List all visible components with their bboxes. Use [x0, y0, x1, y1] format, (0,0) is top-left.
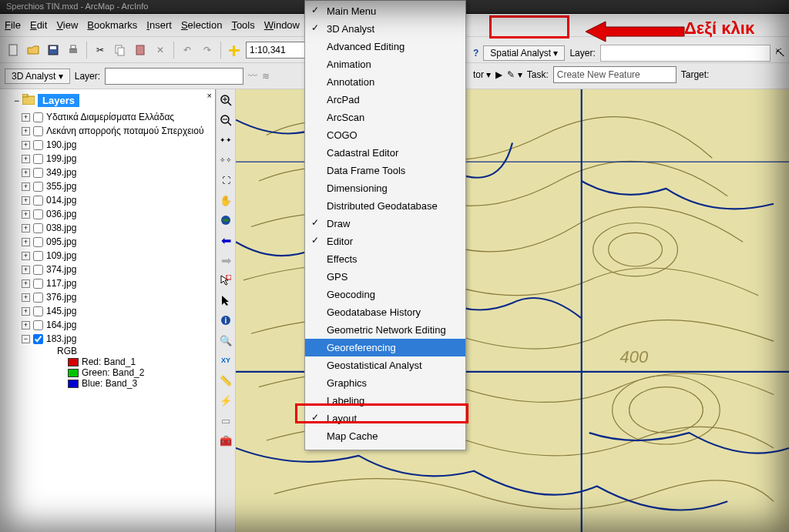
context-menu-item[interactable]: COGO: [305, 126, 465, 144]
context-menu-item[interactable]: Geocoding: [305, 286, 465, 303]
menu-selection[interactable]: Selection: [181, 19, 222, 31]
context-menu-item[interactable]: Cadastral Editor: [305, 144, 465, 162]
expand-icon[interactable]: +: [22, 266, 30, 274]
layer-checkbox[interactable]: [33, 306, 43, 316]
context-menu-item[interactable]: GPS: [305, 268, 465, 286]
expand-icon[interactable]: +: [22, 141, 30, 149]
hyperlink-icon[interactable]: ⚡: [218, 393, 233, 408]
expand-icon[interactable]: −: [22, 335, 30, 343]
layer-checkbox[interactable]: [33, 237, 43, 247]
zoom-in-icon[interactable]: [218, 92, 233, 108]
layer-checkbox[interactable]: [33, 126, 43, 136]
close-icon[interactable]: ×: [207, 91, 212, 100]
full-extent-icon[interactable]: ⛶: [218, 172, 233, 188]
expand-icon[interactable]: +: [22, 182, 30, 191]
context-menu-item[interactable]: Geometric Network Editing: [305, 321, 465, 339]
context-menu-item[interactable]: ArcPad: [305, 91, 465, 109]
layer-checkbox[interactable]: [33, 223, 43, 233]
context-menu-item[interactable]: Draw: [305, 215, 465, 233]
context-menu-item[interactable]: Dimensioning: [305, 179, 465, 197]
layer-checkbox[interactable]: [33, 112, 43, 122]
toolbox-icon[interactable]: 🧰: [218, 433, 233, 448]
layer-combo[interactable]: [105, 68, 243, 85]
print-icon[interactable]: [65, 42, 82, 59]
context-menu-item[interactable]: Animation: [305, 55, 465, 73]
expand-icon[interactable]: −: [14, 95, 19, 106]
contour-icon[interactable]: ≋: [262, 71, 270, 82]
context-menu-item[interactable]: Main Menu: [305, 2, 465, 20]
pencil-icon[interactable]: ✎ ▾: [507, 69, 522, 80]
forward-icon[interactable]: ➡: [218, 253, 233, 268]
paste-icon[interactable]: [132, 42, 149, 59]
context-menu-item[interactable]: Labeling: [305, 392, 465, 410]
layer-checkbox[interactable]: [33, 293, 43, 303]
identify-icon[interactable]: i: [218, 313, 233, 328]
context-menu-item[interactable]: Geodatabase History: [305, 303, 465, 321]
measure-icon[interactable]: 📏: [218, 373, 233, 388]
context-menu-item[interactable]: Layout: [305, 410, 465, 427]
context-menu-item[interactable]: Advanced Editing: [305, 38, 465, 55]
toc-layer-item[interactable]: +190.jpg: [14, 138, 212, 152]
menu-bookmarks[interactable]: Bookmarks: [87, 19, 137, 31]
new-icon[interactable]: [5, 42, 22, 59]
context-menu-item[interactable]: Annotation: [305, 73, 465, 91]
layers-root-label[interactable]: Layers: [38, 94, 79, 107]
context-menu-item[interactable]: ArcScan: [305, 109, 465, 126]
toc-layer-item[interactable]: +376.jpg: [14, 290, 212, 304]
toc-layer-item[interactable]: +117.jpg: [14, 276, 212, 290]
layer-checkbox[interactable]: [33, 182, 43, 192]
layer-checkbox[interactable]: [33, 196, 43, 206]
toc-layer-item[interactable]: +095.jpg: [14, 235, 212, 249]
menu-insert[interactable]: Insert: [146, 19, 172, 31]
menu-window[interactable]: Window: [264, 19, 300, 31]
fixed-zoom-in-icon[interactable]: ✦✦: [218, 132, 233, 148]
menu-tools[interactable]: Tools: [231, 19, 254, 31]
expand-icon[interactable]: +: [22, 196, 30, 205]
cut-icon[interactable]: ✂: [92, 42, 109, 59]
find-icon[interactable]: 🔍: [218, 333, 233, 348]
toc-layer-item[interactable]: +349.jpg: [14, 166, 212, 179]
save-icon[interactable]: [45, 42, 62, 59]
context-menu-item[interactable]: Geostatistical Analyst: [305, 356, 465, 374]
toc-layer-item[interactable]: +355.jpg: [14, 179, 212, 193]
zoom-out-icon[interactable]: [218, 112, 233, 128]
expand-icon[interactable]: +: [22, 169, 30, 177]
expand-icon[interactable]: +: [22, 113, 30, 122]
undo-icon[interactable]: ↶: [179, 42, 196, 59]
tool-icon[interactable]: ⛏: [775, 48, 784, 59]
select-icon[interactable]: [218, 293, 233, 308]
context-menu-item[interactable]: 3D Analyst: [305, 20, 465, 38]
expand-icon[interactable]: +: [22, 238, 30, 246]
back-icon[interactable]: ⬅: [218, 233, 233, 248]
spatial-analyst-dropdown[interactable]: Spatial Analyst ▾: [483, 45, 565, 61]
toc-layer-item[interactable]: −183.jpg: [14, 332, 212, 346]
toc-layer-item[interactable]: +145.jpg: [14, 304, 212, 318]
menu-view[interactable]: View: [56, 19, 78, 31]
toc-layer-item[interactable]: +014.jpg: [14, 193, 212, 207]
copy-icon[interactable]: [112, 42, 129, 59]
context-menu-item[interactable]: Georeferencing: [305, 339, 465, 356]
layer-checkbox[interactable]: [33, 251, 43, 261]
toc-layer-item[interactable]: +374.jpg: [14, 263, 212, 276]
expand-icon[interactable]: +: [22, 127, 30, 136]
menu-edit[interactable]: Edit: [30, 19, 47, 31]
menu-file[interactable]: File: [5, 19, 21, 31]
expand-icon[interactable]: +: [22, 307, 30, 316]
toc-layer-item[interactable]: +Λεκάνη απορροής ποταμού Σπερχειού: [14, 124, 212, 138]
edit-arrow-icon[interactable]: ▶: [495, 69, 502, 80]
add-data-icon[interactable]: [226, 42, 243, 59]
toc-layer-item[interactable]: +038.jpg: [14, 221, 212, 235]
toc-layer-item[interactable]: +109.jpg: [14, 249, 212, 263]
pan-icon[interactable]: ✋: [218, 192, 233, 208]
help-icon[interactable]: ?: [473, 48, 478, 59]
toc-layer-item[interactable]: +Υδατικά Διαμερίσματα Ελλάδας: [14, 110, 212, 124]
expand-icon[interactable]: +: [22, 279, 30, 288]
layer-checkbox[interactable]: [33, 209, 43, 219]
layer-checkbox[interactable]: [33, 168, 43, 178]
globe-icon[interactable]: [218, 212, 233, 228]
expand-icon[interactable]: +: [22, 155, 30, 163]
delete-icon[interactable]: ✕: [152, 42, 169, 59]
layer-checkbox[interactable]: [33, 154, 43, 164]
expand-icon[interactable]: +: [22, 293, 30, 302]
analyst3d-dropdown[interactable]: 3D Analyst ▾: [5, 69, 70, 84]
